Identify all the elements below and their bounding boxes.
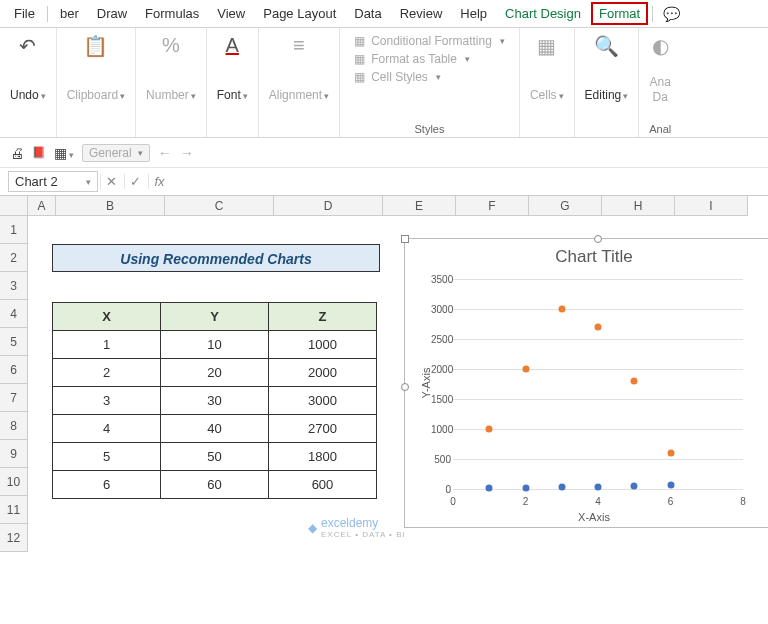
- table-cell[interactable]: 5: [53, 443, 161, 471]
- cells-label: Cells▾: [530, 88, 564, 102]
- cancel-icon[interactable]: ✕: [100, 174, 122, 189]
- row-header[interactable]: 3: [0, 272, 28, 300]
- row-header[interactable]: 5: [0, 328, 28, 356]
- column-header[interactable]: F: [456, 196, 529, 216]
- row-header[interactable]: 10: [0, 468, 28, 496]
- table-header[interactable]: X: [53, 303, 161, 331]
- y-tick: 1000: [431, 424, 451, 435]
- data-point[interactable]: [595, 483, 602, 490]
- cells-area[interactable]: Using Recommended Charts XYZ 11010002202…: [28, 216, 768, 624]
- tab-view[interactable]: View: [209, 2, 253, 25]
- group-undo[interactable]: ↶ Undo▾: [0, 28, 57, 137]
- column-header[interactable]: C: [165, 196, 274, 216]
- tab-review[interactable]: Review: [392, 2, 451, 25]
- data-point[interactable]: [522, 366, 529, 373]
- column-header[interactable]: A: [28, 196, 56, 216]
- data-point[interactable]: [667, 482, 674, 489]
- data-table[interactable]: XYZ 110100022020003303000440270055018006…: [52, 302, 377, 499]
- tab-file[interactable]: File: [6, 2, 43, 25]
- row-header[interactable]: 7: [0, 384, 28, 412]
- row-header[interactable]: 4: [0, 300, 28, 328]
- data-point[interactable]: [486, 485, 493, 492]
- table-cell[interactable]: 1800: [269, 443, 377, 471]
- table-cell[interactable]: 6: [53, 471, 161, 499]
- group-number[interactable]: % Number▾: [136, 28, 207, 137]
- comments-icon[interactable]: 💬: [663, 6, 680, 22]
- table-cell[interactable]: 2700: [269, 415, 377, 443]
- tab-formulas[interactable]: Formulas: [137, 2, 207, 25]
- row-header[interactable]: 6: [0, 356, 28, 384]
- data-point[interactable]: [595, 324, 602, 331]
- data-point[interactable]: [522, 484, 529, 491]
- merged-title-cell[interactable]: Using Recommended Charts: [52, 244, 380, 272]
- pdf-icon[interactable]: 📕: [32, 146, 46, 159]
- column-header[interactable]: G: [529, 196, 602, 216]
- table-cell[interactable]: 1000: [269, 331, 377, 359]
- row-header[interactable]: 9: [0, 440, 28, 468]
- table-cell[interactable]: 20: [161, 359, 269, 387]
- data-point[interactable]: [558, 306, 565, 313]
- tab-pagelayout[interactable]: Page Layout: [255, 2, 344, 25]
- column-header[interactable]: D: [274, 196, 383, 216]
- tab-draw[interactable]: Draw: [89, 2, 135, 25]
- row-header[interactable]: 11: [0, 496, 28, 524]
- x-axis-label[interactable]: X-Axis: [578, 511, 610, 523]
- tab-divider: [47, 6, 48, 22]
- data-point[interactable]: [486, 426, 493, 433]
- resize-handle[interactable]: [594, 235, 602, 243]
- tab-data[interactable]: Data: [346, 2, 389, 25]
- group-clipboard[interactable]: 📋 Clipboard▾: [57, 28, 136, 137]
- enter-icon[interactable]: ✓: [124, 174, 146, 189]
- tab-format[interactable]: Format: [591, 2, 648, 25]
- table-cell[interactable]: 1: [53, 331, 161, 359]
- table-cell[interactable]: 30: [161, 387, 269, 415]
- column-header[interactable]: I: [675, 196, 748, 216]
- table-cell[interactable]: 40: [161, 415, 269, 443]
- chart-title[interactable]: Chart Title: [405, 239, 768, 271]
- table-cell[interactable]: 50: [161, 443, 269, 471]
- group-editing[interactable]: 🔍 Editing▾: [575, 28, 640, 137]
- select-all-corner[interactable]: [0, 196, 28, 216]
- table-cell[interactable]: 3000: [269, 387, 377, 415]
- table-header[interactable]: Y: [161, 303, 269, 331]
- column-header[interactable]: B: [56, 196, 165, 216]
- row-header[interactable]: 12: [0, 524, 28, 552]
- name-box[interactable]: Chart 2▾: [8, 171, 98, 192]
- plot-area[interactable]: [453, 279, 743, 489]
- table-cell[interactable]: 4: [53, 415, 161, 443]
- group-cells[interactable]: ▦ Cells▾: [520, 28, 575, 137]
- table-cell[interactable]: 600: [269, 471, 377, 499]
- data-point[interactable]: [667, 450, 674, 457]
- borders-icon[interactable]: ▦▾: [54, 145, 74, 161]
- tab-help[interactable]: Help: [452, 2, 495, 25]
- row-header[interactable]: 2: [0, 244, 28, 272]
- row-header[interactable]: 8: [0, 412, 28, 440]
- print-icon[interactable]: 🖨: [10, 145, 24, 161]
- tab-partial[interactable]: ber: [52, 2, 87, 25]
- row-header[interactable]: 1: [0, 216, 28, 244]
- table-cell[interactable]: 3: [53, 387, 161, 415]
- cells-icon: ▦: [537, 34, 556, 58]
- group-alignment[interactable]: ≡ Alignment▾: [259, 28, 340, 137]
- table-cell[interactable]: 10: [161, 331, 269, 359]
- table-cell[interactable]: 2000: [269, 359, 377, 387]
- resize-handle[interactable]: [401, 235, 409, 243]
- data-point[interactable]: [631, 378, 638, 385]
- embedded-chart[interactable]: Chart Title Y-Axis Z-Axis X-Axis 0500100…: [404, 238, 768, 528]
- group-font[interactable]: A Font▾: [207, 28, 259, 137]
- data-point[interactable]: [631, 483, 638, 490]
- table-cell[interactable]: 2: [53, 359, 161, 387]
- table-cell[interactable]: 60: [161, 471, 269, 499]
- tab-chartdesign[interactable]: Chart Design: [497, 2, 589, 25]
- table-header[interactable]: Z: [269, 303, 377, 331]
- undo-label: Undo▾: [10, 88, 46, 102]
- y-tick: 2000: [431, 364, 451, 375]
- increase-decimal-icon[interactable]: →: [180, 145, 194, 161]
- fx-icon[interactable]: fx: [148, 174, 170, 189]
- column-header[interactable]: E: [383, 196, 456, 216]
- decrease-decimal-icon[interactable]: ←: [158, 145, 172, 161]
- data-point[interactable]: [558, 484, 565, 491]
- column-header[interactable]: H: [602, 196, 675, 216]
- group-analyze[interactable]: ◐ AnaDa Anal: [639, 28, 681, 137]
- resize-handle[interactable]: [401, 383, 409, 391]
